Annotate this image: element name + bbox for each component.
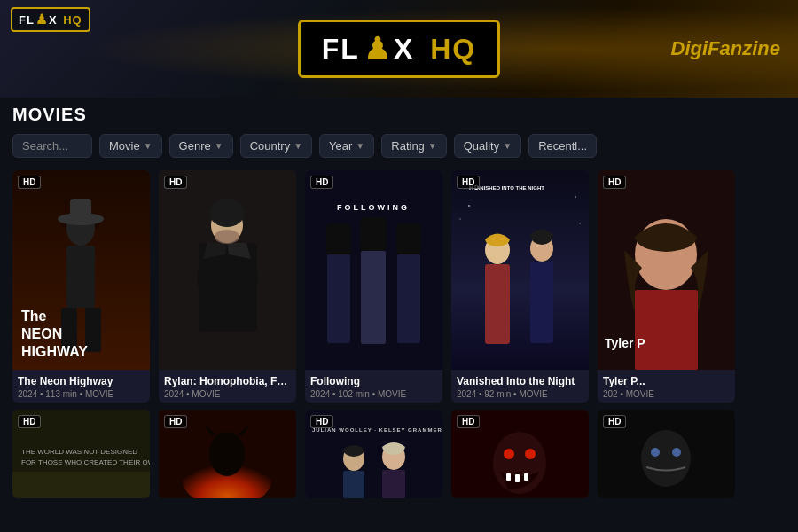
hd-badge: HD [457,415,480,428]
movie-info: Vanished Into the Night 2024 • 92 min • … [451,370,589,403]
movie-info: Tyler P... 202 • MOVIE [598,370,735,403]
svg-rect-19 [327,254,350,343]
hd-badge: HD [164,415,187,428]
svg-rect-55 [382,470,405,498]
svg-text:THE WORLD WAS NOT DESIGNED: THE WORLD WAS NOT DESIGNED [21,448,137,456]
svg-rect-25 [360,217,387,251]
logo-ix-text: X [49,13,58,27]
movie-card-row2-2[interactable]: HD [159,410,296,498]
svg-point-36 [575,196,576,198]
hd-badge: HD [310,176,333,189]
header: FL♟X HQ FL♟X HQ DigiFanzine [0,0,798,98]
quality-chevron-icon: ▼ [503,141,512,151]
svg-rect-61 [515,474,520,482]
svg-text:FOLLOWING: FOLLOWING [337,203,410,212]
svg-rect-26 [396,223,421,254]
svg-text:HIGHWAY: HIGHWAY [21,344,88,359]
filter-bar: Search... Movie ▼ Genre ▼ Country ▼ Year… [0,129,798,163]
svg-rect-46 [12,472,150,498]
country-filter[interactable]: Country ▼ [240,134,312,158]
rating-filter-label: Rating [391,139,425,153]
quality-filter-label: Quality [464,139,499,153]
svg-rect-34 [530,262,553,343]
svg-point-49 [209,432,245,476]
svg-point-58 [504,449,514,459]
country-filter-label: Country [250,139,291,153]
center-logo: FL♟X HQ [298,20,500,78]
center-ix: X [394,33,414,66]
genre-chevron-icon: ▼ [215,141,223,151]
rating-chevron-icon: ▼ [428,141,437,151]
genre-filter-label: Genre [179,139,211,153]
year-filter[interactable]: Year ▼ [319,134,374,158]
svg-rect-24 [326,223,351,254]
svg-text:ANISHED INTO THE NIGHT: ANISHED INTO THE NIGHT [476,185,544,191]
hd-badge: HD [457,176,480,189]
movie-title: Following [310,375,437,387]
digifanzine-label: DigiFanzine [671,37,780,60]
hd-badge: HD [18,176,41,189]
hd-badge: HD [603,415,626,428]
svg-point-66 [672,448,681,457]
search-input[interactable]: Search... [12,134,92,158]
svg-rect-60 [506,473,511,481]
movies-grid-row2: HD THE WORLD WAS NOT DESIGNED FOR THOSE … [0,410,798,505]
movie-card-vanished[interactable]: HD HD ANISHED INTO THE NIGHT [451,170,589,403]
svg-text:Tyler P: Tyler P [605,336,645,350]
movie-title: Rylan: Homophobia, Foot... [164,375,291,387]
svg-text:FOR THOSE WHO CREATED THEIR OW: FOR THOSE WHO CREATED THEIR OWN [21,458,150,466]
movie-info: The Neon Highway 2024 • 113 min • MOVIE [12,370,150,403]
center-flix: FL [322,33,360,66]
movie-info: Following 2024 • 102 min • MOVIE [305,370,442,403]
top-left-logo[interactable]: FL♟X HQ [11,7,90,32]
recently-filter[interactable]: Recentl... [528,134,597,158]
movie-card-row2-5[interactable]: HD [598,410,735,498]
movie-chevron-icon: ▼ [144,141,153,151]
movie-card-row2-3[interactable]: HD JULIAN WOOLLEY · KELSEY GRAMMER [305,410,442,498]
rating-filter[interactable]: Rating ▼ [381,134,446,158]
movie-card-tyler[interactable]: HD Tyler P Tyler P... 202 • MOVIE [598,170,735,403]
movie-card-row2-1[interactable]: HD THE WORLD WAS NOT DESIGNED FOR THOSE … [12,410,150,498]
movie-card-following[interactable]: HD FOLLOWING Follo [305,170,442,403]
svg-point-65 [651,448,660,457]
svg-rect-14 [194,332,261,370]
year-chevron-icon: ▼ [356,141,364,151]
svg-rect-7 [70,199,91,223]
svg-rect-28 [451,170,589,370]
svg-rect-21 [361,251,386,344]
movie-meta: 202 • MOVIE [603,389,730,399]
logo-flix-text: FL [19,13,35,27]
year-filter-label: Year [329,139,352,153]
page-title: MOVIES [0,98,798,129]
svg-point-59 [525,449,536,459]
movie-filter[interactable]: Movie ▼ [99,134,162,158]
quality-filter[interactable]: Quality ▼ [454,134,521,158]
movie-title: Tyler P... [603,375,730,387]
movies-grid-row1: HD The [0,163,798,410]
svg-point-38 [579,223,581,224]
svg-point-64 [641,430,691,487]
hd-badge: HD [603,176,626,189]
svg-rect-53 [343,471,364,498]
svg-point-16 [215,230,239,244]
svg-point-15 [209,199,245,227]
svg-point-37 [459,218,461,220]
movie-meta: 2024 • 102 min • MOVIE [310,389,437,399]
genre-filter[interactable]: Genre ▼ [169,134,233,158]
hd-badge: HD [310,415,333,428]
svg-rect-32 [485,264,510,344]
svg-rect-41 [635,290,698,370]
movie-meta: 2024 • MOVIE [164,389,291,399]
svg-rect-62 [524,473,528,481]
movie-card-neon-highway[interactable]: HD The [12,170,150,403]
svg-rect-23 [397,254,420,343]
center-hq: HQ [430,33,476,66]
movie-title: The Neon Highway [18,375,145,387]
movie-card-rylan[interactable]: HD Rylan: Homophobia, Foot... [159,170,296,403]
svg-point-35 [468,205,470,207]
movie-meta: 2024 • 92 min • MOVIE [457,389,583,399]
logo-hq-text: HQ [63,13,82,27]
movie-card-row2-4[interactable]: HD [451,410,589,498]
movie-filter-label: Movie [109,139,140,153]
svg-text:JULIAN WOOLLEY · KELSEY GRAMME: JULIAN WOOLLEY · KELSEY GRAMMER [312,427,442,433]
